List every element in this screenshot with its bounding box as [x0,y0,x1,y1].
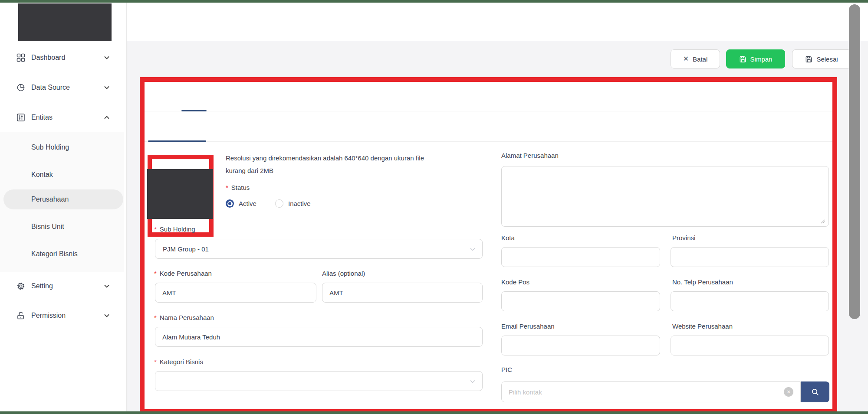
telp-label: No. Telp Perusahaan [672,278,733,286]
sidebar-subitem-label: Sub Holding [31,143,69,151]
radio-active[interactable]: Active [226,199,256,208]
sidebar-item-entitas[interactable]: Entitas [0,108,127,127]
batal-button-label: Batal [693,55,707,63]
email-label: Email Perusahaan [501,323,555,330]
tabs-divider [145,111,832,111]
sub-holding-select[interactable]: PJM Group - 01 [155,239,483,259]
chevron-down-icon [469,378,476,385]
telp-input[interactable] [671,291,829,311]
kategori-bisnis-select[interactable] [155,371,483,391]
kota-input[interactable] [501,247,660,267]
kota-label: Kota [501,234,515,241]
sidebar-item-label: Permission [31,312,66,319]
vertical-scrollbar[interactable] [849,4,860,319]
sidebar-item-sub-holding[interactable]: Sub Holding [3,137,123,157]
logo-resolution-hint: Resolusi yang direkomendasikan adalah 64… [226,152,430,177]
website-label: Website Perusahaan [672,323,733,330]
sidebar-item-label: Dashboard [31,54,65,62]
required-marker: * [226,184,228,191]
sliders-icon [16,113,25,122]
chevron-up-icon [103,114,110,121]
sidebar-item-permission[interactable]: Permission [0,306,127,325]
close-icon: ✕ [683,55,689,62]
resize-handle-icon[interactable] [819,218,825,224]
search-button[interactable] [801,381,829,402]
kode-perusahaan-label: * Kode Perusahaan [154,270,212,277]
batal-button[interactable]: ✕ Batal [671,49,720,68]
clear-icon[interactable]: ✕ [784,387,793,397]
sub-holding-select-value: PJM Group - 01 [163,245,209,253]
chevron-down-icon [469,246,476,253]
gear-icon [16,282,25,290]
kode-perusahaan-input[interactable] [155,283,316,303]
radio-active-label: Active [239,200,256,207]
chevron-down-icon [103,312,110,319]
selesai-button-label: Selesai [816,55,838,63]
kategori-bisnis-label: * Kategori Bisnis [154,358,203,365]
pic-search-input[interactable] [501,381,801,402]
sidebar-item-kontak[interactable]: Kontak [3,165,123,185]
sidebar-item-dashboard[interactable]: Dashboard [0,48,127,67]
save-icon [805,55,812,63]
provinsi-input[interactable] [671,247,829,267]
selesai-button[interactable]: Selesai [792,49,851,68]
simpan-button[interactable]: Simpan [726,49,785,68]
chevron-down-icon [103,54,110,61]
nama-perusahaan-input[interactable] [155,327,483,347]
sub-holding-label: * Sub Holding [154,225,195,233]
kode-pos-input[interactable] [501,291,660,311]
company-logo-redacted[interactable] [147,169,213,219]
radio-dot-unselected [275,199,283,208]
provinsi-label: Provinsi [672,234,695,241]
nama-perusahaan-label: * Nama Perusahaan [154,314,214,321]
tab-details-underline [181,110,207,111]
alias-input[interactable] [322,283,483,303]
sidebar-item-label: Data Source [31,84,70,91]
chevron-down-icon [103,283,110,290]
frame-border-top [0,0,868,3]
email-input[interactable] [501,336,660,355]
pic-label: PIC [501,366,512,373]
kode-pos-label: Kode Pos [501,278,529,286]
search-icon [811,388,819,396]
sidebar-item-label: Setting [31,282,53,290]
chevron-down-icon [103,84,110,91]
sidebar-item-label: Entitas [31,114,53,121]
hint-line-1: Resolusi yang direkomendasikan adalah 64… [226,152,430,164]
frame-border-bottom [0,411,868,414]
website-input[interactable] [671,336,829,355]
radio-inactive-label: Inactive [288,200,311,207]
sidebar-subitem-label: Bisnis Unit [31,223,64,231]
top-header [127,3,868,41]
sidebar-item-setting[interactable]: Setting [0,277,127,296]
simpan-button-label: Simpan [750,55,773,63]
pie-chart-icon [16,83,25,92]
subtab-underline [148,140,206,142]
status-label: * Status [226,184,250,191]
radio-dot-selected [226,199,234,208]
app-logo [18,3,112,41]
app-root: Dashboard Data Source Entitas Sub [0,0,868,414]
subtabs-divider [145,141,832,142]
alamat-label: Alamat Perusahaan [501,152,559,159]
sidebar: Dashboard Data Source Entitas Sub [0,3,127,411]
save-icon [739,55,746,63]
hint-line-2: kurang dari 2MB [226,164,430,177]
sidebar-subitem-label: Perusahaan [31,196,69,203]
radio-inactive[interactable]: Inactive [275,199,311,208]
alias-label: Alias (optional) [322,270,365,277]
sidebar-subitem-label: Kategori Bisnis [31,250,78,258]
sidebar-item-kategori-bisnis[interactable]: Kategori Bisnis [3,244,123,264]
sidebar-item-perusahaan[interactable]: Perusahaan [3,189,123,209]
unlock-icon [16,311,25,320]
alamat-textarea[interactable] [501,166,829,227]
grid-icon [16,53,25,62]
sidebar-item-bisnis-unit[interactable]: Bisnis Unit [3,217,123,237]
sidebar-item-data-source[interactable]: Data Source [0,78,127,97]
sidebar-subitem-label: Kontak [31,171,53,179]
